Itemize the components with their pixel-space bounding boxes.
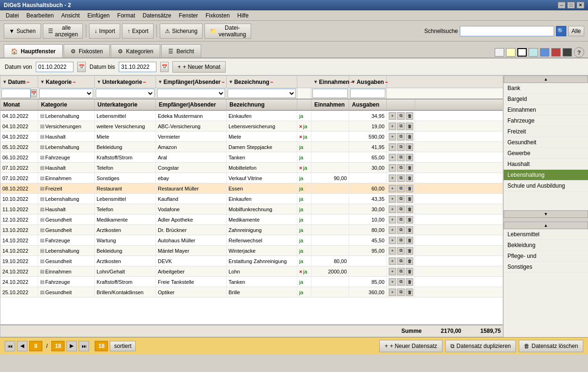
minimize-button[interactable]: ─ <box>558 2 565 8</box>
row-delete-button[interactable]: 🗑 <box>406 226 413 234</box>
menu-format[interactable]: Format <box>114 11 139 20</box>
row-delete-button[interactable]: 🗑 <box>406 133 413 141</box>
table-row[interactable]: 05.10.2022 ▤ Lebenshaltung Bekleidung Am… <box>0 142 503 152</box>
right-panel-kategorie-item[interactable]: Bargeld <box>504 94 588 105</box>
filter-aus-minus[interactable]: − <box>385 79 388 85</box>
table-row[interactable]: 12.10.2022 ▤ Gesundheit Medikamente Adle… <box>0 215 503 225</box>
filter-kat-select[interactable] <box>39 89 93 98</box>
import-button[interactable]: ↓ Import <box>89 24 120 39</box>
row-copy-button[interactable]: ⧉ <box>397 185 405 192</box>
row-add-button[interactable]: + <box>389 174 396 182</box>
right-panel-unterkat-item[interactable]: Pflege- und <box>504 251 588 262</box>
row-copy-button[interactable]: ⧉ <box>397 289 405 296</box>
loeschen-button[interactable]: 🗑 Datensatz löschen <box>519 340 583 352</box>
color-white[interactable] <box>495 48 504 57</box>
row-delete-button[interactable]: 🗑 <box>406 247 413 255</box>
table-row[interactable]: 04.10.2022 ▤ Haushalt Miete Vermieter Mi… <box>0 132 503 142</box>
menu-bearbeiten[interactable]: Bearbeiten <box>23 11 57 20</box>
right-panel-kategorie-item[interactable]: Bank <box>504 83 588 94</box>
row-add-button[interactable]: + <box>389 278 396 286</box>
right-panel-kategorie-item[interactable]: Haushalt <box>504 159 588 170</box>
row-add-button[interactable]: + <box>389 133 396 141</box>
filter-unterkat-select[interactable] <box>96 89 155 98</box>
row-delete-button[interactable]: 🗑 <box>406 174 413 182</box>
row-delete-button[interactable]: 🗑 <box>406 289 413 296</box>
table-row[interactable]: 10.10.2022 ▤ Lebenshaltung Lebensmittel … <box>0 194 503 204</box>
filter-aus-input[interactable] <box>350 89 385 98</box>
duplizieren-button[interactable]: ⧉ Datensatz duplizieren <box>445 340 516 352</box>
row-delete-button[interactable]: 🗑 <box>406 112 413 120</box>
row-add-button[interactable]: + <box>389 216 396 223</box>
row-copy-button[interactable]: ⧉ <box>397 278 405 286</box>
row-delete-button[interactable]: 🗑 <box>406 185 413 192</box>
table-row[interactable]: 19.10.2022 ▤ Gesundheit Arztkosten DEVK … <box>0 256 503 266</box>
row-copy-button[interactable]: ⧉ <box>397 195 405 203</box>
row-delete-button[interactable]: 🗑 <box>406 195 413 203</box>
filter-emp-select[interactable] <box>157 89 225 98</box>
menu-einfuegen[interactable]: Einfügen <box>83 11 113 20</box>
row-add-button[interactable]: + <box>389 112 396 120</box>
table-row[interactable]: 14.10.2022 ▤ Fahrzeuge Wartung Autohaus … <box>0 235 503 246</box>
color-red[interactable] <box>551 48 561 57</box>
row-add-button[interactable]: + <box>389 164 396 172</box>
alle-anzeigen-button[interactable]: ☰ alleanzeigen <box>43 24 83 39</box>
row-delete-button[interactable]: 🗑 <box>406 268 413 275</box>
table-row[interactable]: 24.10.2022 ▤ Fahrzeuge Kraftstoff/Strom … <box>0 277 503 287</box>
table-row[interactable]: 04.10.2022 ▤ Lebenshaltung Lebensmittel … <box>0 111 503 121</box>
table-row[interactable]: 04.10.2022 ▤ Versicherungen weitere Vers… <box>0 121 503 132</box>
filter-bez-minus[interactable]: − <box>270 79 273 85</box>
table-row[interactable]: 25.10.2022 ▤ Gesundheit Brillen/Kontaktl… <box>0 287 503 298</box>
dateiverwaltung-button[interactable]: 📁 Datei-verwaltung <box>204 24 251 39</box>
table-row[interactable]: 14.10.2022 ▤ Lebenshaltung Bekleidung Mä… <box>0 246 503 256</box>
row-add-button[interactable]: + <box>389 268 396 275</box>
menu-datei[interactable]: Datei <box>2 11 23 20</box>
row-add-button[interactable]: + <box>389 289 396 296</box>
filter-emp-minus[interactable]: − <box>221 79 224 85</box>
filter-unterkat-minus[interactable]: − <box>143 79 146 85</box>
menu-fixkosten[interactable]: Fixkosten <box>202 11 233 20</box>
right-panel-scroll-down[interactable]: ▼ <box>504 210 588 218</box>
row-add-button[interactable]: + <box>389 206 396 213</box>
row-delete-button[interactable]: 🗑 <box>406 237 413 244</box>
table-row[interactable]: 07.10.2022 ▤ Haushalt Telefon Congstar M… <box>0 163 503 173</box>
suchen-button[interactable]: ▼ Suchen <box>4 24 41 39</box>
filter-kat-minus[interactable]: − <box>73 79 75 85</box>
menu-hilfe[interactable]: Hilfe <box>234 11 253 20</box>
color-blue[interactable] <box>540 48 549 57</box>
row-copy-button[interactable]: ⧉ <box>397 143 405 151</box>
right-panel-unterkat-item[interactable]: Sonstiges <box>504 262 588 273</box>
pag-prev-button[interactable]: ◀ <box>17 341 27 351</box>
pag-sorted-button[interactable]: sortiert <box>110 341 136 351</box>
filter-ein-input[interactable] <box>312 89 348 98</box>
export-button[interactable]: ↑ Export <box>122 24 154 39</box>
row-copy-button[interactable]: ⧉ <box>397 123 405 130</box>
right-panel-kategorie-item[interactable]: Einnahmen <box>504 105 588 116</box>
row-add-button[interactable]: + <box>389 257 396 265</box>
tab-fixkosten[interactable]: ⚙ Fixkosten <box>64 44 110 58</box>
row-copy-button[interactable]: ⧉ <box>397 164 405 172</box>
row-delete-button[interactable]: 🗑 <box>406 143 413 151</box>
filter-bez-select[interactable] <box>228 89 296 98</box>
row-delete-button[interactable]: 🗑 <box>406 206 413 213</box>
table-row[interactable]: 08.10.2022 ▤ Freizeit Restaurant Restaur… <box>0 183 503 194</box>
pag-next-button[interactable]: ▶ <box>66 341 77 351</box>
datum-von-input[interactable] <box>36 62 74 72</box>
row-add-button[interactable]: + <box>389 123 396 130</box>
menu-fenster[interactable]: Fenster <box>175 11 202 20</box>
row-copy-button[interactable]: ⧉ <box>397 133 405 141</box>
row-add-button[interactable]: + <box>389 247 396 255</box>
row-add-button[interactable]: + <box>389 226 396 234</box>
pag-first-button[interactable]: ⏮ <box>5 341 15 351</box>
pag-last-button[interactable]: ⏭ <box>79 341 89 351</box>
table-row[interactable]: 24.10.2022 ▤ Einnahmen Lohn/Gehalt Arbei… <box>0 266 503 277</box>
right-panel-kategorie-item[interactable]: Gewerbe <box>504 148 588 159</box>
row-copy-button[interactable]: ⧉ <box>397 174 405 182</box>
right-panel-kategorie-item[interactable]: Freizeit <box>504 126 588 137</box>
row-delete-button[interactable]: 🗑 <box>406 216 413 223</box>
table-row[interactable]: 11.10.2022 ▤ Haushalt Telefon Vodafone M… <box>0 204 503 215</box>
row-copy-button[interactable]: ⧉ <box>397 247 405 255</box>
filter-datum-minus[interactable]: − <box>26 79 29 85</box>
tab-kategorien[interactable]: ⚙ Kategorien <box>111 44 160 58</box>
right-panel-kategorie-item[interactable]: Schule und Ausbildung <box>504 181 588 191</box>
row-copy-button[interactable]: ⧉ <box>397 216 405 223</box>
